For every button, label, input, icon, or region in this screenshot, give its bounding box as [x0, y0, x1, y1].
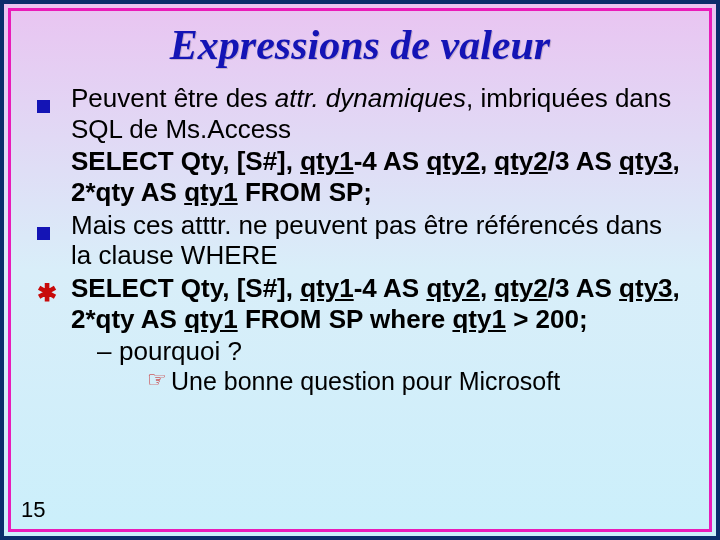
bullet-1: Peuvent être des attr. dynamiques, imbri… — [37, 83, 683, 144]
sql1-u5: qty1 — [184, 177, 237, 207]
slide-content: Peuvent être des attr. dynamiques, imbri… — [37, 83, 683, 397]
sql1-p6: FROM SP; — [238, 177, 372, 207]
sql2-p4: /3 AS — [548, 273, 619, 303]
sql2-p1: SELECT Qty, [S#], — [71, 273, 300, 303]
sql2-u3: qty2 — [494, 273, 547, 303]
square-bullet-icon — [37, 83, 71, 120]
pointer-icon: ☞ — [147, 367, 171, 393]
sub-bullet-2-text: Une bonne question pour Microsoft — [171, 367, 560, 397]
sql-2: ✱ SELECT Qty, [S#], qty1-4 AS qty2, qty2… — [37, 273, 683, 334]
sql1-p4: /3 AS — [548, 146, 619, 176]
sql1-u4: qty3 — [619, 146, 672, 176]
sub-bullet-1: – pourquoi ? — [97, 336, 683, 367]
sql1-p1: SELECT Qty, [S#], — [71, 146, 300, 176]
sql2-p6: FROM SP where — [238, 304, 453, 334]
bullet-1-text: Peuvent être des attr. dynamiques, imbri… — [71, 83, 683, 144]
sql2-u2: qty2 — [426, 273, 479, 303]
bullet-1-pre: Peuvent être des — [71, 83, 275, 113]
bullet-2: Mais ces atttr. ne peuvent pas être réfé… — [37, 210, 683, 271]
sql-2-text: SELECT Qty, [S#], qty1-4 AS qty2, qty2/3… — [71, 273, 683, 334]
slide-title: Expressions de valeur — [37, 21, 683, 69]
sql2-p7: > 200; — [506, 304, 588, 334]
square-bullet-icon — [37, 210, 71, 247]
cross-icon: ✱ — [37, 273, 71, 310]
sql-1: SELECT Qty, [S#], qty1-4 AS qty2, qty2/3… — [37, 146, 683, 207]
sql1-u1: qty1 — [300, 146, 353, 176]
sql2-p3: , — [480, 273, 494, 303]
sql1-p2: -4 AS — [354, 146, 427, 176]
empty-bullet — [37, 146, 71, 152]
bullet-1-dyn: attr. dynamiques — [275, 83, 466, 113]
dash-icon: – — [97, 336, 119, 367]
sql2-u5: qty1 — [184, 304, 237, 334]
sql1-p3: , — [480, 146, 494, 176]
bullet-2-text: Mais ces atttr. ne peuvent pas être réfé… — [71, 210, 683, 271]
sql-1-text: SELECT Qty, [S#], qty1-4 AS qty2, qty2/3… — [71, 146, 683, 207]
slide-inner: Expressions de valeur Peuvent être des a… — [8, 8, 712, 532]
sql1-u3: qty2 — [494, 146, 547, 176]
sql2-u4: qty3 — [619, 273, 672, 303]
sql2-p2: -4 AS — [354, 273, 427, 303]
sub-bullet-1-text: pourquoi ? — [119, 336, 242, 367]
sql1-u2: qty2 — [426, 146, 479, 176]
sql2-u1: qty1 — [300, 273, 353, 303]
sql2-u6: qty1 — [452, 304, 505, 334]
page-number: 15 — [21, 497, 45, 523]
sub-bullet-2: ☞ Une bonne question pour Microsoft — [147, 367, 683, 397]
slide: Expressions de valeur Peuvent être des a… — [0, 0, 720, 540]
